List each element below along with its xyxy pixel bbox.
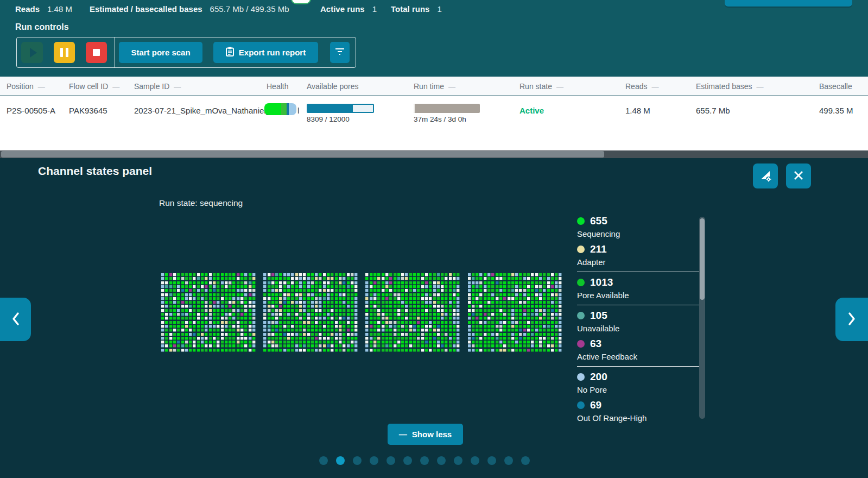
next-panel-button[interactable] — [835, 298, 868, 341]
sort-icon[interactable]: — — [112, 83, 119, 91]
stat-label: Active runs — [320, 4, 365, 14]
pagination-dot[interactable] — [471, 456, 479, 465]
pagination-dot[interactable] — [370, 456, 378, 465]
run-time-value: 37m 24s / 3d 0h — [414, 115, 466, 123]
state-dot — [577, 217, 585, 225]
pause-button[interactable] — [54, 42, 75, 63]
stat-reads: Reads 1.48 M — [15, 4, 72, 14]
pagination-dot[interactable] — [437, 456, 446, 465]
state-dot — [577, 340, 585, 348]
start-pore-scan-button[interactable]: Start pore scan — [119, 42, 202, 63]
previous-panel-button[interactable] — [0, 298, 31, 341]
stat-label: Total runs — [391, 4, 429, 14]
cell-basecalled-bases: 499.35 M — [819, 106, 853, 115]
chart-settings-icon — [758, 168, 772, 184]
pagination-dot[interactable] — [420, 456, 429, 465]
state-dot — [577, 401, 585, 409]
channel-grid — [161, 273, 563, 353]
sort-icon[interactable]: — — [174, 83, 181, 91]
pagination-dot[interactable] — [403, 456, 412, 465]
pagination-dot[interactable] — [336, 456, 345, 465]
sort-icon[interactable]: — — [38, 83, 45, 91]
channel-states-legend: 655 Sequencing 211 Adapter 1013 Pore Ava… — [577, 213, 700, 427]
legend-item-sequencing: 655 Sequencing — [577, 215, 700, 239]
chevron-right-icon — [847, 311, 856, 328]
stat-bases: Estimated / basecalled bases 655.7 Mb / … — [90, 4, 289, 14]
pagination-dot[interactable] — [319, 456, 328, 465]
panel-title: Channel states panel — [38, 165, 152, 178]
run-controls-heading: Run controls — [15, 22, 69, 32]
cell-position: P2S-00505-A — [7, 106, 55, 115]
column-header-reads[interactable]: Reads— — [625, 82, 658, 91]
show-less-button[interactable]: — Show less — [388, 424, 463, 445]
stat-value: 655.7 Mb / 499.35 Mb — [210, 4, 289, 14]
state-dot — [577, 373, 585, 381]
column-header-health: Health — [267, 82, 288, 91]
toolbar-divider — [115, 37, 115, 67]
top-right-partial-button[interactable] — [725, 0, 852, 7]
legend-divider — [577, 305, 700, 305]
minknow-window: Reads 1.48 M Estimated / basecalled base… — [0, 0, 868, 478]
column-header-run-state[interactable]: Run state— — [519, 82, 563, 91]
horizontal-scrollbar — [0, 150, 868, 158]
channel-states-panel: Channel states panel — [0, 158, 868, 478]
panel-close-button[interactable] — [786, 163, 811, 188]
pagination-dot[interactable] — [454, 456, 462, 465]
top-stats-bar: Reads 1.48 M Estimated / basecalled base… — [0, 0, 868, 77]
panel-run-state: Run state: sequencing — [159, 198, 243, 208]
panel-settings-button[interactable] — [753, 163, 778, 188]
cell-sample-id: 2023-07-21_Spike_mOva_Nathaniel_F — [134, 106, 275, 115]
column-header-flow-cell-id[interactable]: Flow cell ID— — [69, 82, 119, 91]
pagination-dot[interactable] — [387, 456, 395, 465]
run-controls-toolbar: Start pore scan Export run report — [16, 37, 356, 68]
stop-icon — [93, 49, 100, 56]
stop-button[interactable] — [86, 42, 107, 63]
pause-icon — [60, 48, 63, 57]
available-pores-bar — [307, 104, 374, 113]
pagination-dot[interactable] — [521, 456, 530, 465]
run-table-row[interactable]: P2S-00505-A PAK93645 2023-07-21_Spike_mO… — [0, 96, 868, 150]
legend-item-no-pore: 200 No Pore — [577, 371, 700, 395]
notification-remnant — [291, 0, 311, 4]
sort-icon[interactable]: — — [556, 83, 563, 91]
filter-runs-button[interactable] — [330, 42, 350, 63]
legend-divider — [577, 272, 700, 272]
legend-divider — [577, 366, 700, 367]
pagination-dot[interactable] — [353, 456, 362, 465]
runs-table-header: Position— Flow cell ID— Sample ID— Healt… — [0, 77, 868, 96]
state-dot — [577, 312, 585, 319]
cell-flow-cell-id: PAK93645 — [69, 106, 107, 115]
export-run-report-button[interactable]: Export run report — [213, 42, 318, 63]
cell-reads: 1.48 M — [625, 106, 650, 115]
legend-item-out-of-range-high: 69 Out Of Range-High — [577, 399, 700, 423]
sort-icon[interactable]: — — [448, 83, 455, 91]
pagination-dot[interactable] — [487, 456, 496, 465]
stat-label: Estimated / basecalled bases — [90, 4, 202, 14]
legend-item-unavailable: 105 Unavailable — [577, 310, 700, 334]
pagination-dots — [319, 456, 530, 465]
stat-value: 1 — [437, 4, 441, 14]
column-header-estimated-bases[interactable]: Estimated bases— — [696, 82, 764, 91]
column-header-available-pores: Available pores — [307, 82, 358, 91]
stat-value: 1 — [372, 4, 377, 14]
play-button[interactable] — [21, 42, 43, 63]
filter-icon — [335, 48, 345, 57]
column-header-position[interactable]: Position— — [7, 82, 45, 91]
legend-scrollbar — [699, 217, 705, 419]
stat-total-runs: Total runs 1 — [391, 4, 442, 14]
pagination-dot[interactable] — [504, 456, 513, 465]
legend-item-pore-available: 1013 Pore Available — [577, 276, 700, 300]
stat-value: 1.48 M — [47, 4, 72, 14]
stat-label: Reads — [15, 4, 40, 14]
horizontal-scrollbar-thumb[interactable] — [1, 151, 604, 158]
sort-icon[interactable]: — — [757, 83, 764, 91]
column-header-sample-id[interactable]: Sample ID— — [134, 82, 181, 91]
close-icon — [793, 170, 804, 183]
cell-run-state: Active — [519, 106, 544, 115]
sort-icon[interactable]: — — [651, 83, 658, 91]
run-time-bar — [414, 104, 480, 113]
sample-id-overflow: l — [297, 106, 299, 115]
legend-scrollbar-thumb[interactable] — [700, 218, 705, 300]
column-header-run-time[interactable]: Run time— — [414, 82, 455, 91]
legend-item-adapter: 211 Adapter — [577, 243, 700, 267]
